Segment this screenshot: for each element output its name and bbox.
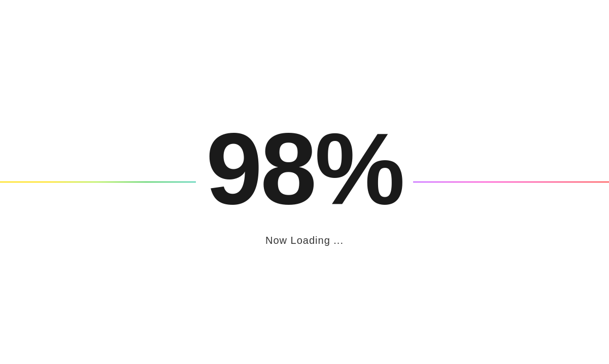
loading-content: 98% Now Loading ... bbox=[196, 118, 413, 246]
loading-status-text: Now Loading ... bbox=[265, 235, 344, 246]
percentage-display: 98% bbox=[196, 118, 413, 220]
